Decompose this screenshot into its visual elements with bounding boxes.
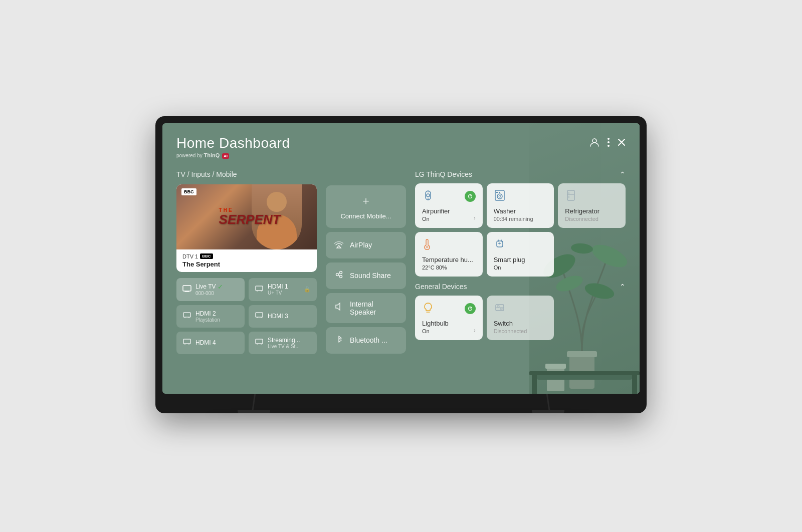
svg-point-55 [426,245,429,248]
connect-mobile-card[interactable]: ＋ Connect Mobile... [326,185,406,228]
hdmi3-icon [255,312,264,321]
washer-status: 00:34 remaining [494,216,547,222]
svg-point-41 [427,194,430,197]
sound-share-card[interactable]: Sound Share [326,262,406,289]
hdmi1-icon [255,285,264,294]
tv-icon [182,285,191,294]
page-title: Home Dashboard [176,135,290,151]
stand-left [238,394,270,413]
header-actions [589,137,626,147]
device-temperature[interactable]: Temperature hu... 22°C 80% [415,232,483,277]
svg-point-13 [592,139,596,143]
temperature-status: 22°C 80% [422,264,476,271]
tv-stand [162,394,640,413]
general-section-header: General Devices ⌃ [415,283,626,291]
bluetooth-card[interactable]: Bluetooth ... [326,327,406,354]
empty-device-slot [558,296,626,340]
hdmi4-icon [182,338,191,347]
tv-channel-info: DTV 1 BBC The Serpent [176,249,317,272]
bbc-badge-top: BBC [181,188,196,195]
streaming-icon [255,338,264,347]
connect-plus-icon: ＋ [360,193,371,208]
tv-outer: Home Dashboard powered by ThinQ AI [155,116,647,416]
switch-icon [494,302,506,316]
svg-rect-50 [499,192,500,193]
svg-rect-20 [256,286,263,291]
stand-leg-right [546,394,550,410]
input-hdmi4[interactable]: HDMI 4 [176,332,245,354]
bluetooth-icon [334,334,344,347]
washer-icon [494,189,506,203]
smart-plug-status: On [494,264,547,271]
mobile-panel: ＋ Connect Mobile... [326,170,406,354]
switch-name: Switch [494,320,547,327]
svg-rect-66 [497,306,499,307]
device-airpurifier[interactable]: Airpurifier On › [415,183,483,228]
connect-mobile-label: Connect Mobile... [340,212,391,220]
device-smart-plug[interactable]: Smart plug On [487,232,554,277]
svg-point-48 [499,195,501,197]
more-menu-button[interactable] [608,138,610,147]
refrigerator-status: Disconnected [565,216,619,222]
svg-line-38 [338,273,340,274]
thinq-section-label: LG ThinQ Devices [415,170,472,178]
input-live-tv[interactable]: Live TV ✓ 000-000 [176,278,245,301]
input-hdmi3[interactable]: HDMI 3 [249,305,317,328]
switch-status: Disconnected [494,328,547,334]
internal-speaker-label: Internal Speaker [350,300,398,316]
svg-rect-29 [183,339,190,344]
svg-rect-49 [496,192,498,193]
close-icon [618,138,626,146]
stand-base-right [532,410,564,413]
input-hdmi2[interactable]: HDMI 2 Playstation [176,305,245,328]
input-hdmi1[interactable]: HDMI 1 U+ TV 🔒 [249,278,317,301]
general-devices-grid: Lightbulb On › [415,296,626,340]
bluetooth-label: Bluetooth ... [350,336,387,344]
smart-plug-icon [494,238,506,252]
svg-rect-23 [183,313,190,317]
header: Home Dashboard powered by ThinQ AI [176,135,626,158]
stand-leg-left [252,394,256,410]
airpurifier-name: Airpurifier [422,207,476,215]
stand-base-left [238,410,270,413]
input-streaming[interactable]: Streaming... Live TV & St... [249,332,317,354]
sound-share-icon [334,270,344,282]
lightbulb-chevron: › [474,328,475,333]
device-switch[interactable]: Switch Disconnected [487,296,554,340]
user-icon-button[interactable] [589,137,599,147]
svg-point-16 [608,145,610,147]
tv-channel-name: DTV 1 BBC [182,253,311,259]
svg-rect-67 [500,308,502,310]
tv-screen: Home Dashboard powered by ThinQ AI [162,123,640,394]
airpurifier-icon [422,189,434,203]
devices-panel: LG ThinQ Devices ⌃ [415,170,626,340]
lightbulb-status: On [422,328,430,334]
svg-line-39 [338,275,340,276]
airplay-label: AirPlay [350,241,372,249]
device-washer[interactable]: Washer 00:34 remaining [487,183,554,228]
lightbulb-icon [422,302,434,316]
thinq-collapse-button[interactable]: ⌃ [620,170,626,178]
active-check: ✓ [218,283,223,291]
device-lightbulb[interactable]: Lightbulb On › [415,296,483,340]
hdmi2-info: HDMI 2 Playstation [195,310,220,323]
svg-point-15 [608,141,610,143]
inputs-grid: Live TV ✓ 000-000 [176,278,317,354]
hdmi1-lock-icon: 🔒 [304,286,311,293]
show-title-area: THE SERPENT [213,207,281,226]
tv-frame: Home Dashboard powered by ThinQ AI [155,116,647,413]
airplay-card[interactable]: AirPlay [326,232,406,258]
close-button[interactable] [618,138,626,146]
streaming-info: Streaming... Live TV & St... [268,337,300,349]
airplay-icon [334,239,344,251]
general-collapse-button[interactable]: ⌃ [620,283,626,291]
svg-rect-11 [532,375,537,394]
internal-speaker-card[interactable]: Internal Speaker [326,293,406,323]
tv-preview-card[interactable]: BBC THE SERPENT [176,184,317,272]
device-refrigerator[interactable]: Refrigerator Disconnected [558,183,626,228]
show-title: SERPENT [219,213,281,226]
thermometer-icon [422,238,434,252]
general-section-label: General Devices [415,283,467,291]
temperature-name: Temperature hu... [422,256,476,263]
svg-point-14 [608,138,610,140]
